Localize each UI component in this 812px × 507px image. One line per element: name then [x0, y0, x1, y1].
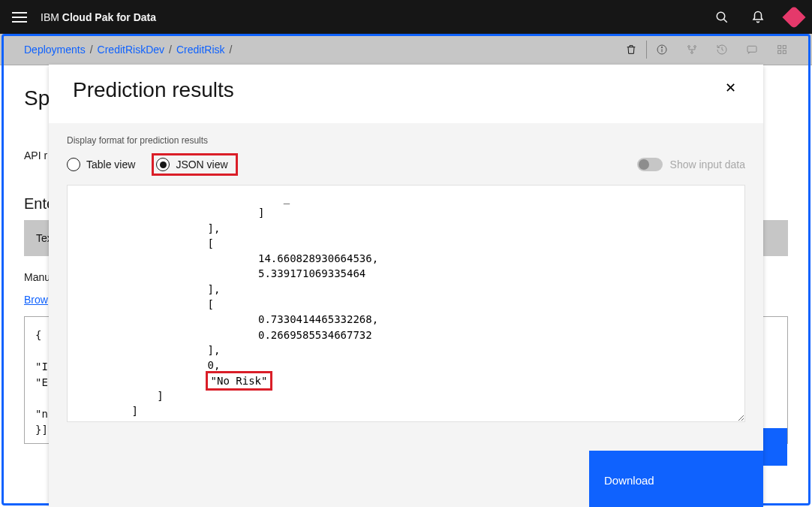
- svg-line-4: [723, 19, 727, 23]
- show-input-label: Show input data: [670, 158, 745, 171]
- toggle-icon: [637, 158, 663, 171]
- json-view-highlight: JSON view: [152, 153, 237, 176]
- svg-rect-2: [12, 21, 27, 23]
- brand-label: IBM Cloud Pak for Data: [41, 11, 156, 23]
- no-risk-highlight: "No Risk": [208, 373, 271, 388]
- breadcrumb-creditrisk[interactable]: CreditRisk: [176, 44, 225, 56]
- view-radio-group: Table view JSON view: [67, 153, 238, 176]
- grid-icon[interactable]: [767, 34, 797, 65]
- hamburger-menu-icon[interactable]: [12, 10, 27, 25]
- svg-point-8: [688, 46, 690, 48]
- svg-point-7: [661, 47, 662, 47]
- breadcrumb: Deployments / CreditRiskDev / CreditRisk…: [24, 44, 232, 56]
- json-output-pane[interactable]: _ ] ], [ 14.660828930664536, 5.339171069…: [67, 185, 745, 422]
- search-icon[interactable]: [704, 0, 740, 34]
- notifications-icon[interactable]: [740, 0, 776, 34]
- breadcrumb-deployments[interactable]: Deployments: [24, 44, 86, 56]
- chat-icon[interactable]: [737, 34, 767, 65]
- svg-rect-0: [12, 12, 27, 14]
- svg-point-10: [691, 52, 693, 54]
- svg-point-3: [717, 12, 725, 20]
- svg-rect-15: [783, 50, 786, 53]
- close-icon[interactable]: ✕: [722, 78, 739, 98]
- svg-rect-13: [783, 46, 786, 49]
- delete-icon[interactable]: [616, 34, 646, 65]
- json-view-label: JSON view: [176, 158, 227, 171]
- svg-point-9: [694, 46, 696, 48]
- json-view-radio[interactable]: JSON view: [156, 158, 227, 171]
- app-launcher-icon[interactable]: [776, 0, 812, 34]
- modal-header: Prediction results ✕: [49, 65, 763, 123]
- top-header: IBM Cloud Pak for Data: [0, 0, 812, 34]
- history-icon[interactable]: [707, 34, 737, 65]
- flow-icon[interactable]: [677, 34, 707, 65]
- svg-rect-11: [747, 46, 756, 52]
- modal-footer: Download: [49, 451, 763, 507]
- svg-rect-1: [12, 17, 27, 18]
- table-view-label: Table view: [86, 158, 135, 171]
- breadcrumb-bar: Deployments / CreditRiskDev / CreditRisk…: [0, 34, 812, 65]
- download-button[interactable]: Download: [589, 451, 763, 507]
- display-format-label: Display format for prediction results: [67, 135, 745, 146]
- modal-title: Prediction results: [73, 78, 234, 102]
- prediction-results-modal: Prediction results ✕ Display format for …: [49, 65, 763, 507]
- modal-body: Display format for prediction results Ta…: [49, 123, 763, 451]
- show-input-toggle[interactable]: Show input data: [637, 158, 745, 171]
- table-view-radio[interactable]: Table view: [67, 158, 135, 171]
- breadcrumb-creditriskdev[interactable]: CreditRiskDev: [98, 44, 164, 56]
- svg-rect-12: [778, 46, 781, 49]
- info-icon[interactable]: [647, 34, 677, 65]
- svg-rect-14: [778, 50, 781, 53]
